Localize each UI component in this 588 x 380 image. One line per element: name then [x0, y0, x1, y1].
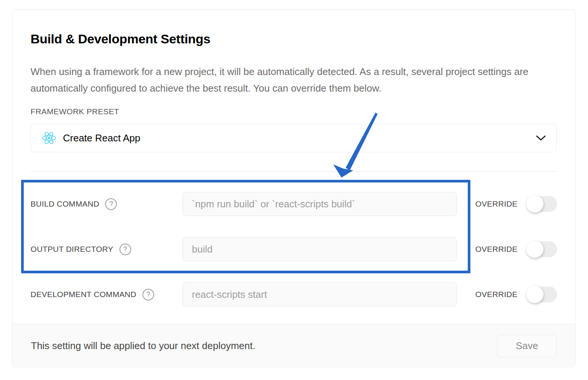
override-label: OVERRIDE: [475, 199, 518, 208]
output-directory-label: OUTPUT DIRECTORY: [31, 245, 113, 254]
development-command-label: DEVELOPMENT COMMAND: [31, 290, 136, 299]
output-directory-input[interactable]: [182, 237, 457, 261]
react-logo-icon: [41, 130, 57, 146]
save-button[interactable]: Save: [497, 335, 557, 357]
help-icon[interactable]: ?: [105, 198, 117, 210]
build-command-override-toggle[interactable]: [527, 196, 557, 212]
build-command-row: BUILD COMMAND ? OVERRIDE: [31, 192, 557, 216]
build-command-label: BUILD COMMAND: [31, 199, 99, 208]
development-command-input[interactable]: [182, 282, 457, 306]
footer-note: This setting will be applied to your nex…: [31, 340, 255, 352]
card-footer: This setting will be applied to your nex…: [12, 324, 575, 368]
settings-description: When using a framework for a new project…: [31, 63, 551, 97]
output-directory-override-toggle[interactable]: [527, 241, 557, 257]
page-title: Build & Development Settings: [31, 32, 210, 46]
framework-preset-value: Create React App: [63, 132, 140, 144]
build-settings-page: Build & Development Settings When using …: [0, 0, 588, 380]
chevron-down-icon: [536, 135, 546, 141]
override-label: OVERRIDE: [475, 245, 518, 254]
framework-preset-select[interactable]: Create React App: [31, 124, 557, 152]
help-icon[interactable]: ?: [142, 289, 154, 300]
help-icon[interactable]: ?: [119, 244, 131, 255]
toggle-knob: [526, 241, 544, 258]
output-directory-row: OUTPUT DIRECTORY ? OVERRIDE: [31, 237, 557, 261]
framework-preset-label: FRAMEWORK PRESET: [31, 107, 119, 116]
toggle-knob: [526, 195, 544, 213]
development-command-row: DEVELOPMENT COMMAND ? OVERRIDE: [31, 282, 557, 306]
section-divider: [31, 171, 557, 172]
build-command-input[interactable]: [182, 192, 457, 216]
toggle-knob: [526, 286, 544, 303]
build-settings-card: Build & Development Settings When using …: [12, 9, 576, 368]
override-label: OVERRIDE: [475, 290, 518, 299]
development-command-override-toggle[interactable]: [527, 287, 557, 302]
